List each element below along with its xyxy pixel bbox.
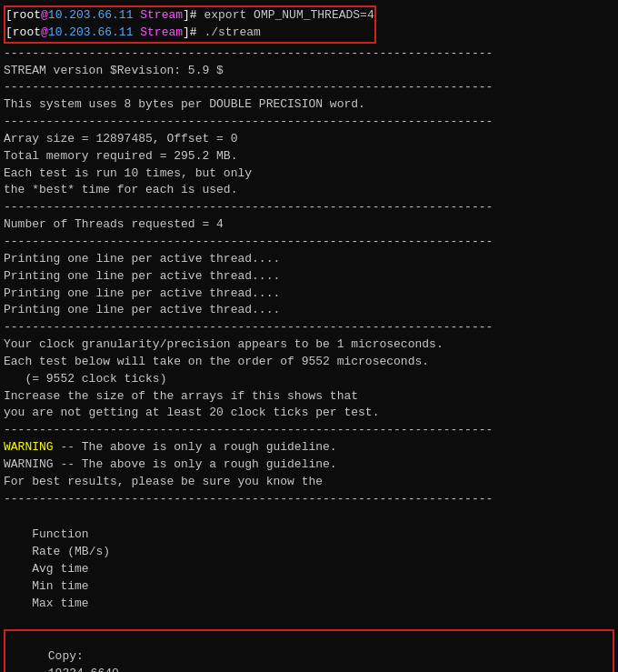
- warning-text: WARNING: [4, 440, 54, 454]
- each-test1: Each test is run 10 times, but only: [4, 165, 614, 183]
- table-header-row: Function Rate (MB/s) Avg time Min time M…: [4, 509, 614, 629]
- clock-order: Each test below will take on the order o…: [4, 354, 614, 371]
- prompt-user2: [root: [5, 25, 41, 39]
- double-precision: This system uses 8 bytes per DOUBLE PREC…: [4, 96, 614, 114]
- prompt-host: 10.203.66.11: [48, 8, 134, 22]
- col-rate: Rate (MB/s): [32, 544, 132, 561]
- warning-rest: -- The above is only a rough guideline.: [54, 440, 337, 454]
- sep7: ----------------------------------------…: [4, 422, 614, 439]
- array-size: Array size = 12897485, Offset = 0: [4, 131, 614, 148]
- precision: For best results, please be sure you kno…: [4, 474, 614, 491]
- sep4: ----------------------------------------…: [4, 199, 614, 216]
- prompt-host2: 10.203.66.11: [48, 25, 134, 39]
- prompt-hash2: ]#: [183, 25, 204, 39]
- not-getting: you are not getting at least 20 clock ti…: [4, 405, 614, 422]
- command-block: [root@10.203.66.11 Stream]# export OMP_N…: [4, 5, 376, 44]
- command-line-1: [root@10.203.66.11 Stream]# export OMP_N…: [5, 7, 374, 25]
- col-avg: Avg time: [32, 561, 123, 578]
- col-max: Max time: [32, 596, 123, 613]
- sep2: ----------------------------------------…: [4, 79, 614, 96]
- prompt-path2: Stream: [133, 25, 183, 39]
- prompt-at: @: [41, 8, 48, 22]
- prompt-at2: @: [41, 25, 48, 39]
- command-line-2: [root@10.203.66.11 Stream]# ./stream: [5, 25, 374, 42]
- cmd2-text: ./stream: [204, 25, 260, 39]
- for-best: WARNING -- The above is only a rough gui…: [4, 456, 614, 474]
- increase-size: Increase the size of the arrays if this …: [4, 388, 614, 406]
- cmd1-text: export OMP_NUM_THREADS=4: [204, 8, 374, 22]
- table-data: Copy: 19334.6640 0.0110 0.0107 0.0120 Sc…: [4, 629, 614, 672]
- stream-version: STREAM version $Revision: 5.9 $: [4, 63, 614, 80]
- clock-ticks: (= 9552 clock ticks): [4, 371, 614, 388]
- col-function: Function: [32, 527, 132, 544]
- col-min: Min time: [32, 578, 123, 596]
- copy-rate: 19334.6640: [48, 666, 148, 672]
- sep1: ----------------------------------------…: [4, 45, 614, 63]
- warning-line: WARNING -- The above is only a rough gui…: [4, 439, 614, 456]
- sep6: ----------------------------------------…: [4, 319, 614, 336]
- each-test2: the *best* time for each is used.: [4, 182, 614, 199]
- prompt-hash: ]#: [183, 8, 204, 22]
- clock-gran: Your clock granularity/precision appears…: [4, 336, 614, 354]
- prompt-user: [root: [5, 8, 41, 22]
- sep5: ----------------------------------------…: [4, 234, 614, 251]
- terminal: [root@10.203.66.11 Stream]# export OMP_N…: [0, 0, 618, 672]
- sep3: ----------------------------------------…: [4, 114, 614, 131]
- print2: Printing one line per active thread....: [4, 268, 614, 286]
- copy-label: Copy:: [48, 648, 148, 666]
- print1: Printing one line per active thread....: [4, 251, 614, 268]
- prompt-path: Stream: [133, 8, 183, 22]
- total-memory: Total memory required = 295.2 MB.: [4, 148, 614, 165]
- print3: Printing one line per active thread....: [4, 286, 614, 303]
- print4: Printing one line per active thread....: [4, 302, 614, 319]
- table-row-copy: Copy: 19334.6640 0.0110 0.0107 0.0120: [5, 631, 613, 672]
- num-threads: Number of Threads requested = 4: [4, 216, 614, 234]
- sep8: ----------------------------------------…: [4, 491, 614, 508]
